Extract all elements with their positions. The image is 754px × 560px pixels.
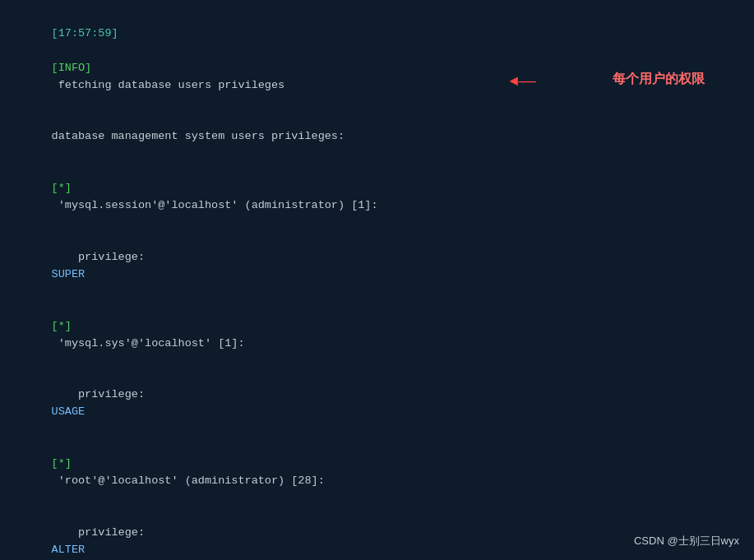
output-area: [17:57:59] [INFO] fetching database user…: [12, 8, 742, 560]
watermark: CSDN @士别三日wyx: [634, 534, 739, 548]
line-1: [17:57:59] [INFO] fetching database user…: [12, 8, 742, 112]
annotation-arrow: ◄——: [510, 73, 536, 90]
priv-alter: privilege: ALTER: [12, 507, 742, 560]
annotation-text: 每个用户的权限: [613, 71, 705, 88]
priv-usage: privilege: USAGE: [12, 369, 742, 438]
terminal-window: [17:57:59] [INFO] fetching database user…: [0, 0, 754, 560]
line-7: [*] 'root'@'localhost' (administrator) […: [12, 438, 742, 507]
line-3: [*] 'mysql.session'@'localhost' (adminis…: [12, 163, 742, 232]
line-2: database management system users privile…: [12, 112, 742, 164]
priv-super-1: privilege: SUPER: [12, 232, 742, 301]
line-5: [*] 'mysql.sys'@'localhost' [1]:: [12, 301, 742, 370]
